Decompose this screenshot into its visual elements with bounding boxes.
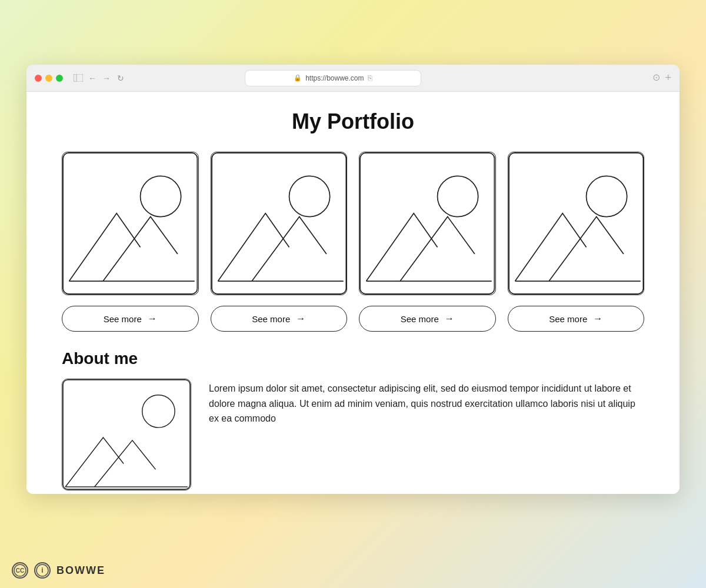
browser-chrome: ← → ↻ 🔒 https://bowwe.com ⎘ ⊙ + [26, 65, 680, 92]
svg-rect-14 [63, 380, 190, 489]
portfolio-image-1 [62, 152, 199, 295]
about-content: Lorem ipsum dolor sit amet, consectetur … [62, 379, 644, 490]
browser-window: ← → ↻ 🔒 https://bowwe.com ⎘ ⊙ + My Portf… [26, 65, 680, 494]
svg-rect-0 [74, 74, 76, 82]
account-icon[interactable]: ⊙ [652, 72, 660, 84]
svg-rect-2 [63, 153, 197, 294]
portfolio-image-3 [359, 152, 496, 295]
svg-rect-11 [509, 153, 643, 294]
portfolio-item-4: See more → [508, 152, 645, 332]
svg-text:CC: CC [16, 567, 24, 574]
see-more-label-3: See more [401, 314, 439, 324]
forward-icon[interactable]: → [101, 72, 112, 84]
see-more-button-1[interactable]: See more → [62, 306, 199, 332]
back-icon[interactable]: ← [86, 72, 98, 84]
address-bar[interactable]: 🔒 https://bowwe.com ⎘ [245, 70, 421, 86]
page-title: My Portfolio [62, 109, 644, 134]
see-more-label-4: See more [549, 314, 587, 324]
see-more-button-4[interactable]: See more → [508, 306, 645, 332]
traffic-light-yellow[interactable] [45, 75, 52, 82]
browser-actions: ⊙ + [652, 72, 671, 84]
svg-text:i: i [41, 566, 43, 574]
page-content: My Portfolio See more [26, 92, 680, 494]
portfolio-item-2: See more → [211, 152, 348, 332]
bottom-bar: CC i BOWWE [0, 553, 706, 588]
svg-rect-5 [212, 153, 346, 294]
about-image [62, 379, 191, 490]
lock-icon: 🔒 [294, 74, 302, 82]
info-icon: i [34, 562, 51, 579]
new-tab-icon[interactable]: + [665, 72, 671, 84]
about-body: Lorem ipsum dolor sit amet, consectetur … [209, 379, 644, 426]
url-text: https://bowwe.com [305, 74, 364, 82]
svg-rect-8 [360, 153, 494, 294]
see-more-label-1: See more [104, 314, 142, 324]
refresh-icon[interactable]: ↻ [115, 72, 126, 84]
traffic-light-red[interactable] [35, 75, 42, 82]
arrow-right-icon-1: → [148, 313, 157, 324]
sidebar-toggle-icon[interactable] [72, 72, 84, 84]
arrow-right-icon-3: → [445, 313, 454, 324]
traffic-light-green[interactable] [56, 75, 63, 82]
arrow-right-icon-2: → [296, 313, 305, 324]
see-more-label-2: See more [252, 314, 290, 324]
see-more-button-2[interactable]: See more → [211, 306, 348, 332]
browser-nav: ← → ↻ [72, 72, 126, 84]
traffic-lights [35, 75, 63, 82]
portfolio-image-4 [508, 152, 645, 295]
portfolio-image-2 [211, 152, 348, 295]
about-section: About me Lorem ipsum dolor sit amet, con… [62, 349, 644, 490]
see-more-button-3[interactable]: See more → [359, 306, 496, 332]
about-title: About me [62, 349, 644, 368]
portfolio-grid: See more → See more → [62, 152, 644, 332]
cc-icon: CC [12, 562, 28, 579]
svg-rect-1 [74, 74, 83, 82]
share-icon: ⎘ [368, 74, 372, 82]
portfolio-item-3: See more → [359, 152, 496, 332]
portfolio-item-1: See more → [62, 152, 199, 332]
arrow-right-icon-4: → [593, 313, 602, 324]
bowwe-brand: BOWWE [56, 564, 105, 577]
